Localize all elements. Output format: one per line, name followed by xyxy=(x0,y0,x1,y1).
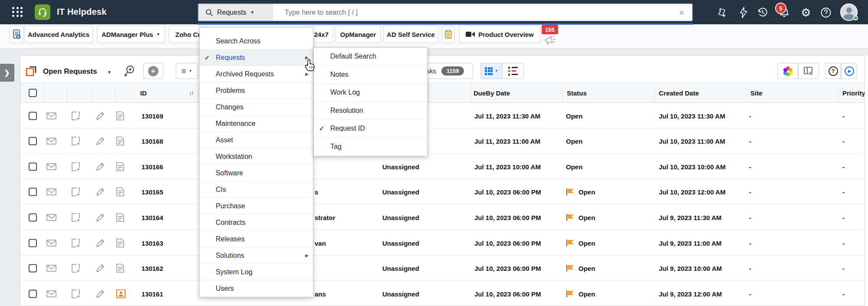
email-icon[interactable] xyxy=(46,290,56,297)
request-id[interactable]: 130166 xyxy=(141,163,163,170)
email-icon[interactable] xyxy=(46,112,56,119)
app-launcher-icon[interactable] xyxy=(12,7,23,17)
table-row[interactable]: 130163 van Unassigned Jul 10, 2023 06:00… xyxy=(20,230,865,256)
product-overview-button[interactable]: Product Overview xyxy=(459,26,540,43)
table-row[interactable]: 130169 Unassigned Jul 11, 2023 11:30 AM … xyxy=(20,103,865,128)
add-note-icon[interactable] xyxy=(71,162,80,171)
requester-badge-icon[interactable] xyxy=(116,289,125,298)
submenu-item-tag[interactable]: Tag xyxy=(314,138,427,156)
email-icon[interactable] xyxy=(46,240,56,247)
column-header-status[interactable]: Status xyxy=(567,89,587,97)
menu-item-changes[interactable]: Changes xyxy=(200,99,313,115)
row-checkbox[interactable] xyxy=(29,112,37,120)
request-id[interactable]: 130162 xyxy=(141,264,163,272)
row-checkbox[interactable] xyxy=(29,188,37,196)
edit-icon[interactable] xyxy=(96,137,105,145)
menu-item-workstation[interactable]: Workstation xyxy=(200,148,313,165)
menu-item-problems[interactable]: Problems xyxy=(200,82,313,99)
document-icon[interactable] xyxy=(116,263,124,273)
add-note-icon[interactable] xyxy=(71,137,80,145)
search-input[interactable] xyxy=(273,4,692,21)
list-view-button[interactable] xyxy=(502,63,524,79)
request-id[interactable]: 130164 xyxy=(141,214,163,221)
add-note-icon[interactable] xyxy=(71,188,80,196)
submenu-item-resolution[interactable]: Resolution xyxy=(314,102,427,120)
menu-item-system-log[interactable]: System Log xyxy=(200,264,313,280)
sort-icon[interactable]: ↓↑ xyxy=(189,89,193,96)
email-icon[interactable] xyxy=(46,188,56,195)
email-icon[interactable] xyxy=(46,265,56,272)
menu-item-releases[interactable]: Releases xyxy=(200,231,313,247)
submenu-item-default-search[interactable]: Default Search xyxy=(314,48,427,66)
edit-icon[interactable] xyxy=(96,112,105,120)
add-note-icon[interactable] xyxy=(71,239,80,247)
search-scope-selector[interactable]: Requests ▼ xyxy=(198,4,273,21)
menu-item-archived-requests[interactable]: Archived Requests ▶ xyxy=(200,66,313,82)
row-checkbox[interactable] xyxy=(29,213,37,221)
menu-item-search-across[interactable]: Search Across xyxy=(200,33,313,49)
clear-search-icon[interactable]: × xyxy=(679,7,684,19)
submenu-item-notes[interactable]: Notes xyxy=(314,66,427,84)
tab-admanager-plus[interactable]: ADManager Plus ▼ xyxy=(97,26,165,43)
help-button[interactable]: ? xyxy=(825,63,841,79)
document-icon[interactable] xyxy=(116,111,124,120)
table-row[interactable]: 130164 strator Unassigned Jul 10, 2023 0… xyxy=(20,205,865,230)
add-note-icon[interactable] xyxy=(71,290,80,298)
list-menu-button[interactable]: ≡ ▼ xyxy=(176,63,198,79)
menu-item-requests[interactable]: ✓ Requests ▶ xyxy=(200,49,313,66)
table-row[interactable]: 130161 ans Unassigned Jul 10, 2023 06:00… xyxy=(20,281,865,306)
menu-item-asset[interactable]: Asset xyxy=(200,132,313,148)
dashboard-colors-button[interactable] xyxy=(777,63,798,79)
edit-icon[interactable] xyxy=(96,213,105,222)
menu-item-cis[interactable]: CIs xyxy=(200,181,313,198)
filter-search-icon[interactable] xyxy=(123,65,136,77)
release-notes-icon-button[interactable] xyxy=(442,26,455,43)
menu-item-users[interactable]: Users xyxy=(200,280,313,297)
tab-opmanager[interactable]: OpManager xyxy=(335,26,381,43)
menu-item-solutions[interactable]: Solutions ▶ xyxy=(200,247,313,264)
request-id[interactable]: 130165 xyxy=(141,188,163,195)
edit-icon[interactable] xyxy=(96,290,105,298)
new-report-icon-button[interactable] xyxy=(10,26,23,43)
request-id[interactable]: 130161 xyxy=(141,290,163,297)
select-all-checkbox[interactable] xyxy=(29,89,37,97)
menu-item-maintenance[interactable]: Maintenance xyxy=(200,115,313,132)
row-checkbox[interactable] xyxy=(29,137,37,145)
row-checkbox[interactable] xyxy=(29,290,37,298)
document-icon[interactable] xyxy=(116,238,124,247)
help-icon[interactable] xyxy=(819,6,832,19)
helpdesk-logo-icon[interactable] xyxy=(35,4,50,20)
expand-sidebar-button[interactable]: ❯ xyxy=(0,64,14,82)
email-icon[interactable] xyxy=(46,163,56,170)
submenu-item-request-id[interactable]: ✓ Request ID xyxy=(314,120,427,138)
row-checkbox[interactable] xyxy=(29,162,37,171)
row-checkbox[interactable] xyxy=(29,264,37,272)
history-icon[interactable] xyxy=(756,6,769,19)
document-icon[interactable] xyxy=(116,162,124,171)
column-header-site[interactable]: Site xyxy=(750,89,763,97)
submenu-item-work-log[interactable]: Work Log xyxy=(314,84,427,102)
column-header-priority[interactable]: Priority xyxy=(842,89,865,97)
document-icon[interactable] xyxy=(116,213,124,222)
add-request-icon[interactable] xyxy=(715,6,728,19)
column-header-id[interactable]: ID xyxy=(140,89,147,97)
edit-icon[interactable] xyxy=(96,264,105,273)
tour-play-button[interactable]: ▶ xyxy=(841,63,857,79)
add-request-button[interactable]: + xyxy=(143,63,163,79)
request-id[interactable]: 130169 xyxy=(141,112,163,119)
menu-item-contracts[interactable]: Contracts xyxy=(200,214,313,231)
document-icon[interactable] xyxy=(116,187,124,196)
add-note-icon[interactable] xyxy=(71,112,80,120)
table-row[interactable]: 130168 Unassigned Jul 11, 2023 11:00 AM … xyxy=(20,128,865,154)
edit-icon[interactable] xyxy=(96,162,105,171)
request-id[interactable]: 130168 xyxy=(141,137,163,145)
tab-advanced-analytics[interactable]: Advanced Analytics xyxy=(24,26,93,43)
announcement-icon[interactable] xyxy=(543,34,556,45)
column-settings-button[interactable]: ⚙ xyxy=(798,63,819,79)
view-title-caret-icon[interactable]: ▼ xyxy=(107,70,112,75)
grid-view-button[interactable]: ▼ xyxy=(480,63,503,79)
row-checkbox[interactable] xyxy=(29,239,37,247)
table-row[interactable]: 130162 Unassigned Jul 10, 2023 06:00 PM … xyxy=(20,256,865,281)
edit-icon[interactable] xyxy=(96,239,105,247)
menu-item-purchase[interactable]: Purchase xyxy=(200,198,313,214)
